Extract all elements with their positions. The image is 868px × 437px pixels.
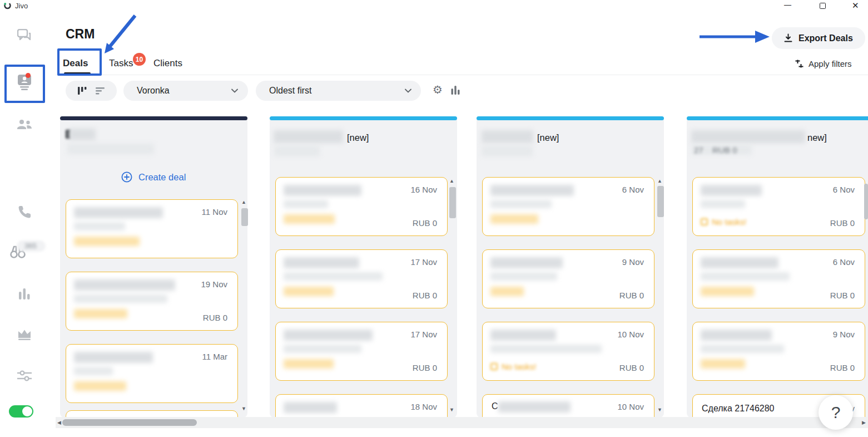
online-toggle[interactable] bbox=[9, 405, 33, 418]
blurred-text bbox=[490, 287, 524, 296]
sidebar-item-phone[interactable] bbox=[0, 205, 49, 219]
blurred-text bbox=[701, 359, 745, 369]
blurred-text bbox=[490, 214, 538, 224]
deal-card[interactable]: 17 Nov RUB 0 bbox=[275, 322, 448, 381]
create-deal-button[interactable]: Create deal bbox=[121, 171, 186, 183]
sidebar-item-team[interactable] bbox=[0, 119, 49, 132]
deal-date: 6 Nov bbox=[833, 185, 855, 194]
column-1-scroll-down[interactable]: ▼ bbox=[241, 406, 246, 411]
deal-date: 9 Nov bbox=[833, 330, 855, 339]
tab-deals[interactable]: Deals bbox=[63, 58, 88, 69]
deal-card[interactable]: 6 Nov bbox=[482, 177, 654, 236]
blurred-text bbox=[284, 330, 373, 341]
deal-date: 6 Nov bbox=[833, 257, 855, 267]
spy-badge-count: 365 bbox=[24, 242, 37, 250]
blurred-text bbox=[284, 287, 334, 296]
deal-card[interactable]: 16 Nov RUB 0 bbox=[275, 177, 448, 236]
column-2-scroll-up[interactable]: ▲ bbox=[449, 178, 454, 184]
deal-title: Сделка 21746280 bbox=[702, 404, 774, 414]
column-3-color-bar bbox=[477, 116, 664, 120]
column-3-title-blur bbox=[482, 130, 533, 143]
blurred-text bbox=[490, 200, 552, 208]
blurred-text bbox=[74, 294, 167, 303]
sidebar-item-settings[interactable] bbox=[0, 369, 49, 382]
deal-date: 18 Nov bbox=[410, 402, 437, 411]
column-3-scroll-thumb[interactable] bbox=[657, 186, 664, 217]
column-3-scroll-down[interactable]: ▼ bbox=[657, 407, 662, 413]
deal-card[interactable]: 9 Nov RUB 0 bbox=[692, 322, 865, 381]
deal-amount: RUB 0 bbox=[413, 363, 437, 372]
blurred-text bbox=[284, 272, 383, 281]
sidebar-item-reports[interactable] bbox=[0, 287, 49, 302]
column-1-title-blur bbox=[69, 129, 96, 140]
column-4-tag: new] bbox=[807, 132, 827, 143]
tab-tasks[interactable]: Tasks bbox=[109, 58, 133, 69]
download-icon bbox=[783, 33, 793, 43]
column-4-scroll-thumb[interactable] bbox=[864, 184, 868, 219]
column-3-cards: 6 Nov 9 Nov RUB 0 10 Nov No tasks! RUB 0… bbox=[477, 174, 664, 418]
deal-card[interactable]: 6 Nov No tasks! RUB 0 bbox=[692, 177, 865, 236]
blurred-text bbox=[701, 200, 745, 208]
sidebar-item-premium[interactable] bbox=[0, 328, 49, 341]
pipeline-select-value: Voronka bbox=[137, 86, 170, 96]
blurred-text bbox=[490, 345, 602, 353]
blurred-text bbox=[284, 359, 334, 369]
pipeline-select[interactable]: Voronka bbox=[123, 81, 248, 101]
column-2-cards: 16 Nov RUB 0 17 Nov RUB 0 17 Nov RUB 0 1… bbox=[270, 174, 457, 418]
page-title: CRM bbox=[66, 27, 95, 42]
sliders-icon bbox=[17, 369, 32, 382]
blurred-text bbox=[701, 287, 754, 296]
blurred-text bbox=[490, 185, 574, 196]
column-1-subtitle-blur bbox=[67, 144, 154, 154]
deal-card-partial[interactable]: C 10 Nov bbox=[482, 394, 654, 418]
apply-filters-label: Apply filters bbox=[809, 59, 852, 68]
arrow-to-export-head bbox=[755, 31, 770, 43]
maximize-button[interactable] bbox=[820, 3, 826, 9]
column-1-scroll-up[interactable]: ▲ bbox=[241, 199, 246, 205]
list-view-icon[interactable] bbox=[95, 87, 105, 95]
deal-card[interactable]: 6 Nov RUB 0 bbox=[692, 249, 865, 308]
deal-card[interactable]: 9 Nov RUB 0 bbox=[482, 249, 654, 308]
phone-icon bbox=[17, 205, 32, 219]
deal-card[interactable]: 10 Nov No tasks! RUB 0 bbox=[482, 322, 654, 381]
board-settings-gear-icon[interactable]: ⚙ bbox=[433, 83, 443, 96]
minimize-button[interactable]: — bbox=[784, 1, 791, 9]
task-icon bbox=[701, 218, 708, 225]
deal-date: 16 Nov bbox=[410, 185, 437, 194]
scroll-right-arrow[interactable]: ▶ bbox=[862, 420, 866, 425]
column-2-scroll-down[interactable]: ▼ bbox=[449, 407, 454, 413]
column-3-tag: [new] bbox=[537, 132, 559, 143]
contact-card-icon bbox=[16, 72, 33, 92]
deal-date: 19 Nov bbox=[201, 279, 227, 289]
close-button[interactable]: ✕ bbox=[852, 1, 859, 11]
deal-card-partial[interactable]: 18 Nov bbox=[275, 394, 448, 418]
column-2-scroll-thumb[interactable] bbox=[449, 187, 456, 218]
deal-amount: RUB 0 bbox=[619, 363, 644, 372]
deal-card[interactable]: 19 Nov RUB 0 bbox=[66, 272, 238, 331]
help-button[interactable]: ? bbox=[819, 395, 853, 430]
deal-card[interactable]: 11 Nov bbox=[66, 199, 238, 258]
column-4-color-bar bbox=[687, 116, 868, 120]
sort-select[interactable]: Oldest first bbox=[256, 81, 421, 101]
kanban-view-icon[interactable] bbox=[77, 86, 87, 95]
scroll-left-arrow[interactable]: ◀ bbox=[57, 420, 61, 425]
deal-card[interactable]: 17 Nov RUB 0 bbox=[275, 249, 448, 308]
blurred-text bbox=[284, 345, 361, 353]
deal-card[interactable]: 11 Mar bbox=[66, 344, 238, 403]
column-1-scroll-thumb[interactable] bbox=[241, 208, 248, 226]
export-deals-label: Export Deals bbox=[798, 33, 853, 43]
window-title: Jivo bbox=[15, 2, 28, 10]
apply-filters-button[interactable]: Apply filters bbox=[795, 59, 852, 68]
blurred-text bbox=[284, 185, 361, 196]
deal-date: 17 Nov bbox=[410, 330, 437, 339]
task-icon bbox=[490, 363, 498, 370]
horizontal-scrollbar-thumb[interactable] bbox=[62, 419, 197, 426]
export-deals-button[interactable]: Export Deals bbox=[772, 27, 865, 49]
column-3-scroll-up[interactable]: ▲ bbox=[657, 178, 662, 184]
sidebar-item-chats[interactable] bbox=[0, 29, 49, 42]
sidebar-item-crm[interactable] bbox=[0, 72, 49, 92]
column-chart-icon[interactable] bbox=[451, 85, 460, 97]
tab-clients[interactable]: Clients bbox=[153, 58, 182, 69]
deal-date: 10 Nov bbox=[617, 402, 644, 411]
toggle-knob bbox=[22, 406, 32, 416]
